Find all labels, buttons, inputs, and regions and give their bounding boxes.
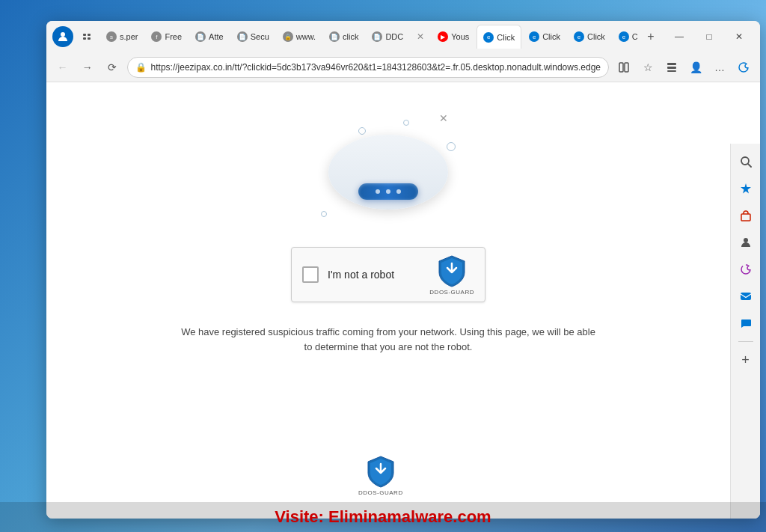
- rail-divider: [738, 341, 753, 342]
- tab-click-2[interactable]: e Click: [523, 25, 566, 49]
- svg-rect-3: [83, 37, 86, 40]
- tab-favicon: e: [574, 31, 584, 42]
- sidebar-people-button[interactable]: [734, 230, 758, 254]
- tab-secu[interactable]: 📄 Secu: [231, 25, 275, 49]
- tab-favicon: f: [151, 31, 162, 42]
- sidebar-rail: +: [730, 144, 760, 519]
- more-button[interactable]: …: [709, 57, 730, 78]
- tab-favicon: 📄: [237, 31, 248, 42]
- bottom-shield-icon: [367, 455, 395, 488]
- edge-button[interactable]: [733, 57, 754, 78]
- sidebar-outlook-button[interactable]: [734, 284, 758, 308]
- ddos-shield-icon: [438, 254, 466, 287]
- split-screen-button[interactable]: [613, 57, 634, 78]
- sidebar-chat-button[interactable]: [734, 311, 758, 335]
- url-text: https://jeezipax.co.in/tt/?clickid=5dc3b…: [151, 62, 601, 73]
- svg-point-0: [61, 32, 65, 37]
- tab-bar: s s.per f Free 📄 Atte 📄 Secu 🔒 www. 📄: [100, 25, 637, 49]
- tab-atte[interactable]: 📄 Atte: [189, 25, 230, 49]
- lock-icon: 🔒: [135, 62, 147, 73]
- particle-1: [358, 127, 366, 135]
- browser-window: s s.per f Free 📄 Atte 📄 Secu 🔒 www. 📄: [46, 21, 760, 519]
- svg-rect-8: [667, 67, 676, 69]
- tab-youtube[interactable]: ▶ Yous: [432, 25, 475, 49]
- favorites-button[interactable]: ☆: [637, 57, 658, 78]
- collections-button[interactable]: [661, 57, 682, 78]
- tab-click-3[interactable]: e Click: [568, 25, 611, 49]
- sidebar-bag-button[interactable]: [734, 204, 758, 227]
- title-bar: s s.per f Free 📄 Atte 📄 Secu 🔒 www. 📄: [46, 21, 760, 52]
- captcha-left: I'm not a robot: [302, 266, 394, 283]
- tab-favicon: 📄: [329, 31, 340, 42]
- back-button[interactable]: ←: [52, 57, 73, 78]
- captcha-logo-area: DDOS-GUARD: [429, 254, 474, 296]
- sidebar-edge-button[interactable]: [734, 257, 758, 281]
- tab-ddc[interactable]: 📄 DDC: [366, 25, 409, 49]
- svg-rect-7: [667, 63, 676, 65]
- svg-rect-1: [83, 34, 86, 36]
- tab-list-btn[interactable]: [76, 26, 97, 47]
- tab-favicon: e: [529, 31, 539, 42]
- tab-favicon: e: [483, 32, 494, 43]
- tab-sper[interactable]: s s.per: [100, 25, 144, 49]
- sidebar-search-button[interactable]: [734, 150, 758, 174]
- particle-4: [321, 211, 327, 217]
- svg-rect-9: [667, 70, 676, 72]
- tab-favicon: s: [106, 31, 117, 42]
- window-controls: — □ ✕: [664, 25, 754, 49]
- bottom-brand-label: DDOS-GUARD: [358, 489, 403, 496]
- visor-dot-3: [396, 189, 401, 194]
- svg-rect-14: [741, 293, 751, 300]
- svg-rect-4: [88, 37, 91, 40]
- visor-dot-1: [376, 189, 380, 194]
- svg-rect-12: [741, 214, 750, 221]
- svg-rect-6: [625, 63, 628, 72]
- sidebar-copilot-button[interactable]: [734, 177, 758, 201]
- captcha-description: We have registered suspicious traffic co…: [179, 325, 598, 354]
- visor-dot-2: [386, 189, 390, 194]
- robot-visor: [358, 183, 418, 200]
- url-bar[interactable]: 🔒 https://jeezipax.co.in/tt/?clickid=5dc…: [127, 57, 609, 78]
- captcha-box[interactable]: I'm not a robot DDOS-GUARD: [291, 247, 485, 302]
- tab-free[interactable]: f Free: [145, 25, 188, 49]
- address-bar-actions: ☆ 👤 …: [613, 57, 754, 78]
- bottom-logo: DDOS-GUARD: [358, 455, 403, 496]
- forward-button[interactable]: →: [77, 57, 97, 78]
- ddos-brand-label: DDOS-GUARD: [429, 289, 474, 296]
- close-button[interactable]: ✕: [724, 25, 754, 49]
- address-bar: ← → ⟳ 🔒 https://jeezipax.co.in/tt/?click…: [46, 52, 760, 82]
- new-tab-button[interactable]: +: [640, 26, 661, 47]
- svg-rect-2: [88, 34, 91, 36]
- svg-rect-5: [619, 63, 623, 72]
- tab-favicon: ▶: [438, 31, 448, 42]
- close-decoration: ✕: [439, 112, 448, 124]
- tab-click-active[interactable]: e Click: [477, 25, 521, 49]
- profile-icon[interactable]: [52, 26, 73, 47]
- watermark: Visite: Eliminamalware.com: [0, 502, 766, 532]
- reload-button[interactable]: ⟳: [102, 57, 122, 78]
- tab-click-4[interactable]: e Click: [613, 25, 637, 49]
- captcha-label: I'm not a robot: [328, 269, 394, 281]
- minimize-button[interactable]: —: [664, 25, 694, 49]
- robot-body: [328, 135, 448, 210]
- robot-illustration: ✕: [313, 112, 463, 232]
- captcha-checkbox[interactable]: [302, 266, 319, 283]
- particle-2: [403, 120, 409, 126]
- main-area: ✕ I'm not a robot: [46, 82, 760, 519]
- tab-favicon: 📄: [372, 31, 382, 42]
- svg-point-13: [744, 238, 748, 242]
- sidebar-add-button[interactable]: +: [734, 348, 758, 372]
- particle-3: [447, 142, 456, 151]
- tab-favicon: 📄: [195, 31, 206, 42]
- tab-close-x[interactable]: ✕: [411, 25, 430, 49]
- tab-favicon: 🔒: [283, 31, 293, 42]
- maximize-button[interactable]: □: [694, 25, 724, 49]
- tab-favicon: e: [619, 31, 629, 42]
- profile-button[interactable]: 👤: [685, 57, 706, 78]
- visor-dots: [376, 189, 401, 194]
- content-area: ✕ I'm not a robot: [46, 82, 760, 519]
- tab-click[interactable]: 📄 click: [323, 25, 364, 49]
- svg-line-11: [748, 164, 751, 167]
- tab-www[interactable]: 🔒 www.: [277, 25, 322, 49]
